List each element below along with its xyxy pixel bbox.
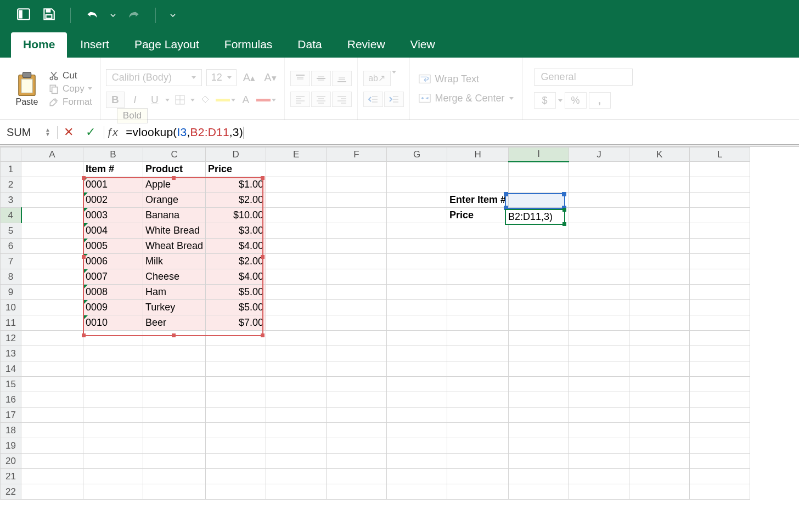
- cell-B14[interactable]: [83, 361, 143, 377]
- bold-button[interactable]: B: [106, 92, 125, 108]
- cell-J12[interactable]: [569, 331, 629, 346]
- cell-G17[interactable]: [387, 408, 447, 423]
- cell-L21[interactable]: [690, 469, 750, 484]
- cell-H5[interactable]: [447, 223, 509, 239]
- name-box[interactable]: SUM ▲▼: [0, 126, 58, 139]
- row-header-4[interactable]: 4: [1, 208, 21, 223]
- cell-F14[interactable]: [327, 361, 387, 377]
- cell-J21[interactable]: [569, 469, 629, 484]
- col-header-F[interactable]: F: [327, 148, 387, 162]
- cell-I17[interactable]: [509, 408, 569, 423]
- cell-C4[interactable]: Banana: [143, 208, 206, 223]
- cell-C3[interactable]: Orange: [143, 193, 206, 208]
- panel-icon[interactable]: [16, 7, 31, 24]
- cell-L12[interactable]: [690, 331, 750, 346]
- cell-K19[interactable]: [629, 438, 690, 454]
- cell-C13[interactable]: [143, 346, 206, 361]
- cell-A18[interactable]: [21, 423, 83, 438]
- cell-K5[interactable]: [629, 223, 690, 239]
- cell-D10[interactable]: $5.00: [206, 300, 266, 315]
- cell-F12[interactable]: [327, 331, 387, 346]
- cell-J17[interactable]: [569, 408, 629, 423]
- row-header-2[interactable]: 2: [1, 177, 21, 193]
- col-header-K[interactable]: K: [629, 148, 690, 162]
- col-header-B[interactable]: B: [83, 148, 143, 162]
- cell-K21[interactable]: [629, 469, 690, 484]
- cell-H14[interactable]: [447, 361, 509, 377]
- cell-G12[interactable]: [387, 331, 447, 346]
- cell-A10[interactable]: [21, 300, 83, 315]
- cell-E2[interactable]: [266, 177, 327, 193]
- tab-home[interactable]: Home: [11, 32, 67, 58]
- cell-L11[interactable]: [690, 315, 750, 331]
- cell-E12[interactable]: [266, 331, 327, 346]
- cell-L1[interactable]: [690, 162, 750, 177]
- cell-K17[interactable]: [629, 408, 690, 423]
- cell-B3[interactable]: 0002: [83, 193, 143, 208]
- cell-I22[interactable]: [509, 484, 569, 500]
- cell-B16[interactable]: [83, 392, 143, 408]
- cell-G18[interactable]: [387, 423, 447, 438]
- underline-button[interactable]: U: [145, 92, 164, 108]
- qat-more-icon[interactable]: [170, 10, 176, 20]
- cell-G9[interactable]: [387, 285, 447, 300]
- cell-I11[interactable]: [509, 315, 569, 331]
- cell-F16[interactable]: [327, 392, 387, 408]
- currency-button[interactable]: $: [534, 92, 556, 109]
- cell-F7[interactable]: [327, 254, 387, 269]
- cell-E3[interactable]: [266, 193, 327, 208]
- font-name-select[interactable]: Calibri (Body): [106, 69, 202, 86]
- cell-A14[interactable]: [21, 361, 83, 377]
- cell-D16[interactable]: [206, 392, 266, 408]
- cell-A15[interactable]: [21, 377, 83, 392]
- cell-J16[interactable]: [569, 392, 629, 408]
- cell-B21[interactable]: [83, 469, 143, 484]
- cell-B22[interactable]: [83, 484, 143, 500]
- merge-center-button[interactable]: Merge & Center: [419, 93, 514, 104]
- cell-G8[interactable]: [387, 269, 447, 285]
- row-header-10[interactable]: 10: [1, 300, 21, 315]
- cell-L5[interactable]: [690, 223, 750, 239]
- cell-B20[interactable]: [83, 454, 143, 469]
- cell-J5[interactable]: [569, 223, 629, 239]
- grow-font-button[interactable]: A▴: [241, 71, 257, 84]
- cell-A2[interactable]: [21, 177, 83, 193]
- cell-H19[interactable]: [447, 438, 509, 454]
- cell-H20[interactable]: [447, 454, 509, 469]
- cell-G11[interactable]: [387, 315, 447, 331]
- cell-D13[interactable]: [206, 346, 266, 361]
- cell-C7[interactable]: Milk: [143, 254, 206, 269]
- cell-G4[interactable]: [387, 208, 447, 223]
- cell-G7[interactable]: [387, 254, 447, 269]
- fx-icon[interactable]: ƒx: [104, 126, 122, 139]
- col-header-L[interactable]: L: [690, 148, 750, 162]
- spreadsheet-grid[interactable]: ABCDEFGHIJKL1Item #ProductPrice20001Appl…: [0, 145, 799, 500]
- cell-A7[interactable]: [21, 254, 83, 269]
- copy-button[interactable]: Copy: [48, 83, 92, 94]
- cell-D8[interactable]: $4.00: [206, 269, 266, 285]
- cell-I8[interactable]: [509, 269, 569, 285]
- row-header-8[interactable]: 8: [1, 269, 21, 285]
- cell-J1[interactable]: [569, 162, 629, 177]
- cell-A11[interactable]: [21, 315, 83, 331]
- cell-I3[interactable]: [509, 193, 569, 208]
- cell-C8[interactable]: Cheese: [143, 269, 206, 285]
- cell-L17[interactable]: [690, 408, 750, 423]
- cell-F18[interactable]: [327, 423, 387, 438]
- cell-L2[interactable]: [690, 177, 750, 193]
- cell-F17[interactable]: [327, 408, 387, 423]
- cell-K22[interactable]: [629, 484, 690, 500]
- cell-B1[interactable]: Item #: [83, 162, 143, 177]
- cell-E15[interactable]: [266, 377, 327, 392]
- cell-C18[interactable]: [143, 423, 206, 438]
- cell-C5[interactable]: White Bread: [143, 223, 206, 239]
- cell-E19[interactable]: [266, 438, 327, 454]
- cell-D12[interactable]: [206, 331, 266, 346]
- cell-B19[interactable]: [83, 438, 143, 454]
- cell-C22[interactable]: [143, 484, 206, 500]
- cell-L15[interactable]: [690, 377, 750, 392]
- cell-H12[interactable]: [447, 331, 509, 346]
- cell-B15[interactable]: [83, 377, 143, 392]
- cell-H8[interactable]: [447, 269, 509, 285]
- cell-F10[interactable]: [327, 300, 387, 315]
